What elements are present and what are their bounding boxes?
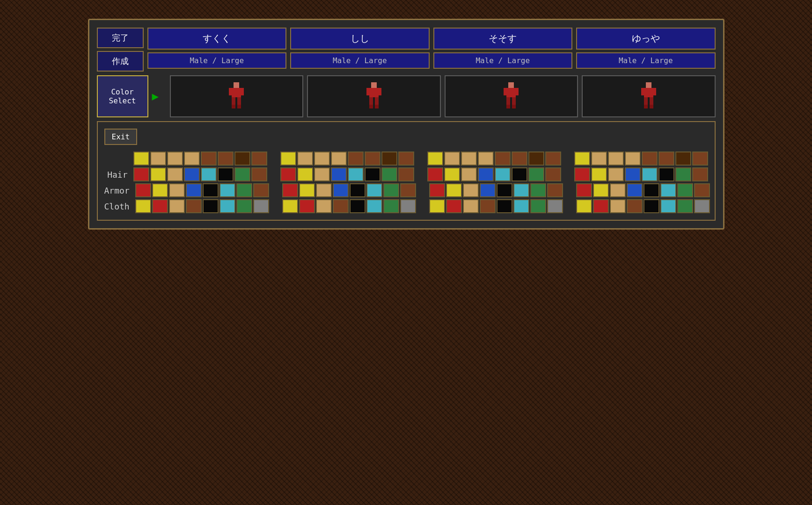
swatch-top-1-6[interactable] [218,152,234,166]
hair-swatch-3-8[interactable] [545,167,561,181]
char-name-4[interactable]: ゆっや [576,28,716,50]
hair-swatch-1-1[interactable] [133,167,149,181]
armor-swatch-2-8[interactable] [400,183,416,197]
swatch-top-3-2[interactable] [444,152,460,166]
hair-swatch-4-4[interactable] [625,167,641,181]
cloth-swatch-1-7[interactable] [236,199,252,213]
kanryo-button[interactable]: 完了 [97,28,144,48]
cloth-swatch-4-6[interactable] [660,199,676,213]
armor-swatch-1-1[interactable] [135,183,151,197]
hair-swatch-3-6[interactable] [512,167,527,181]
cloth-swatch-4-8[interactable] [694,199,710,213]
armor-swatch-1-7[interactable] [236,183,252,197]
cloth-swatch-3-2[interactable] [446,199,462,213]
cloth-swatch-3-7[interactable] [530,199,546,213]
armor-swatch-3-4[interactable] [480,183,496,197]
cloth-swatch-4-7[interactable] [677,199,693,213]
swatch-top-4-5[interactable] [642,152,658,166]
exit-button[interactable]: Exit [104,129,138,145]
hair-swatch-4-8[interactable] [692,167,708,181]
swatch-top-3-4[interactable] [478,152,494,166]
swatch-top-2-6[interactable] [365,152,380,166]
armor-swatch-3-6[interactable] [513,183,529,197]
cloth-swatch-3-6[interactable] [513,199,529,213]
hair-swatch-4-7[interactable] [675,167,691,181]
armor-swatch-3-2[interactable] [446,183,462,197]
cloth-swatch-4-4[interactable] [627,199,643,213]
armor-swatch-4-8[interactable] [694,183,710,197]
cloth-swatch-4-5[interactable] [644,199,659,213]
hair-swatch-3-1[interactable] [427,167,443,181]
swatch-top-2-5[interactable] [348,152,364,166]
hair-swatch-2-5[interactable] [348,167,364,181]
hair-swatch-3-4[interactable] [478,167,494,181]
hair-swatch-3-7[interactable] [528,167,544,181]
hair-swatch-2-7[interactable] [381,167,397,181]
armor-swatch-2-7[interactable] [383,183,399,197]
armor-swatch-4-5[interactable] [644,183,659,197]
cloth-swatch-1-1[interactable] [135,199,151,213]
cloth-swatch-2-2[interactable] [299,199,315,213]
char-name-3[interactable]: そそす [433,28,573,50]
swatch-top-1-1[interactable] [133,152,149,166]
swatch-top-3-6[interactable] [512,152,527,166]
armor-swatch-4-1[interactable] [576,183,592,197]
cloth-swatch-2-7[interactable] [383,199,399,213]
cloth-swatch-2-1[interactable] [282,199,298,213]
cloth-swatch-2-8[interactable] [400,199,416,213]
swatch-top-3-8[interactable] [545,152,561,166]
armor-swatch-3-8[interactable] [547,183,563,197]
swatch-top-2-8[interactable] [398,152,414,166]
swatch-top-1-7[interactable] [234,152,250,166]
armor-swatch-4-3[interactable] [610,183,626,197]
hair-swatch-2-3[interactable] [314,167,330,181]
cloth-swatch-3-5[interactable] [497,199,512,213]
armor-swatch-1-2[interactable] [152,183,168,197]
swatch-top-4-3[interactable] [608,152,624,166]
hair-swatch-1-7[interactable] [234,167,250,181]
armor-swatch-2-2[interactable] [299,183,315,197]
armor-swatch-2-1[interactable] [282,183,298,197]
swatch-top-3-1[interactable] [427,152,443,166]
hair-swatch-3-2[interactable] [444,167,460,181]
char-name-1[interactable]: すくく [147,28,287,50]
armor-swatch-2-4[interactable] [333,183,349,197]
hair-swatch-3-5[interactable] [495,167,511,181]
hair-swatch-4-5[interactable] [642,167,658,181]
hair-swatch-1-2[interactable] [150,167,166,181]
armor-swatch-3-5[interactable] [497,183,512,197]
swatch-top-4-2[interactable] [591,152,607,166]
swatch-top-2-7[interactable] [381,152,397,166]
cloth-swatch-4-3[interactable] [610,199,626,213]
armor-swatch-4-4[interactable] [627,183,643,197]
hair-swatch-4-6[interactable] [658,167,674,181]
hair-swatch-2-6[interactable] [365,167,380,181]
hair-swatch-1-5[interactable] [201,167,217,181]
armor-swatch-3-1[interactable] [429,183,445,197]
armor-swatch-3-3[interactable] [463,183,479,197]
armor-swatch-4-6[interactable] [660,183,676,197]
swatch-top-1-8[interactable] [251,152,267,166]
hair-swatch-1-8[interactable] [251,167,267,181]
hair-swatch-3-3[interactable] [461,167,477,181]
cloth-swatch-1-5[interactable] [203,199,219,213]
hair-swatch-2-4[interactable] [331,167,347,181]
cloth-swatch-4-2[interactable] [593,199,609,213]
color-select-button[interactable]: Color Select [97,75,148,117]
swatch-top-2-1[interactable] [280,152,296,166]
cloth-swatch-1-8[interactable] [253,199,269,213]
cloth-swatch-1-2[interactable] [152,199,168,213]
armor-swatch-1-8[interactable] [253,183,269,197]
cloth-swatch-1-4[interactable] [186,199,202,213]
armor-swatch-3-7[interactable] [530,183,546,197]
armor-swatch-2-3[interactable] [316,183,332,197]
hair-swatch-1-3[interactable] [167,167,183,181]
swatch-top-4-8[interactable] [692,152,708,166]
armor-swatch-4-7[interactable] [677,183,693,197]
swatch-top-4-4[interactable] [625,152,641,166]
sakusei-button[interactable]: 作成 [97,51,144,72]
cloth-swatch-2-4[interactable] [333,199,349,213]
cloth-swatch-3-8[interactable] [547,199,563,213]
hair-swatch-2-1[interactable] [280,167,296,181]
armor-swatch-4-2[interactable] [593,183,609,197]
